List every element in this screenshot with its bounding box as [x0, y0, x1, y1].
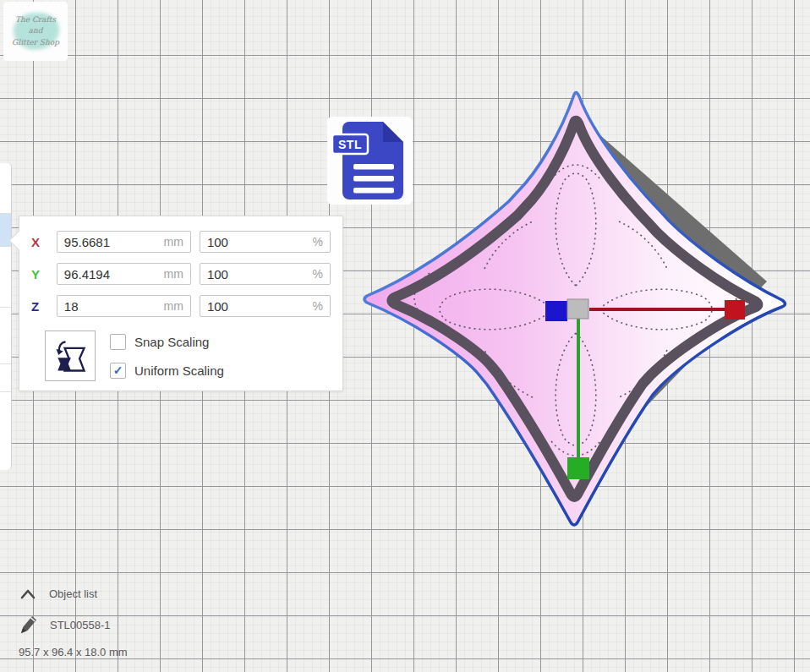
- stl-document-icon: STL: [327, 117, 413, 205]
- toolbar-separator: [0, 307, 11, 308]
- logo-text: The Crafts and Glitter Shop: [3, 2, 68, 61]
- x-size-input[interactable]: [57, 232, 190, 252]
- logo-line: and: [29, 25, 43, 36]
- axis-label-y: Y: [31, 267, 57, 281]
- z-size-field[interactable]: mm: [57, 295, 191, 317]
- y-size-input[interactable]: [57, 264, 190, 284]
- uniform-scaling-checkbox[interactable]: ✓: [110, 363, 126, 379]
- y-axis-row: Y mm %: [31, 263, 331, 285]
- shop-logo: The Crafts and Glitter Shop: [3, 2, 68, 61]
- object-list-title: Object list: [49, 587, 97, 600]
- x-scale-handle[interactable]: [725, 300, 745, 320]
- uniform-scaling-row: ✓ Uniform Scaling: [110, 362, 224, 379]
- axis-label-x: X: [31, 235, 57, 249]
- checkmark-icon: ✓: [113, 364, 123, 376]
- toolbar-separator: [0, 213, 11, 214]
- snap-scaling-label: Snap Scaling: [134, 335, 209, 349]
- x-percent-field[interactable]: %: [200, 231, 331, 253]
- object-list-header[interactable]: Object list: [20, 587, 97, 600]
- model-dimensions-readout: 95.7 x 96.4 x 18.0 mm: [19, 646, 128, 658]
- x-percent-input[interactable]: [200, 232, 330, 252]
- x-axis-row: X mm %: [31, 231, 331, 253]
- left-toolbar[interactable]: [0, 163, 12, 470]
- z-percent-input[interactable]: [200, 296, 330, 316]
- object-list-item-name: STL00558-1: [50, 619, 111, 631]
- 3d-viewport[interactable]: The Crafts and Glitter Shop STL: [0, 0, 810, 672]
- toolbar-separator: [0, 246, 11, 247]
- scale-tool-icon-button[interactable]: [45, 331, 96, 381]
- axis-label-z: Z: [31, 299, 57, 314]
- x-size-field[interactable]: mm: [57, 231, 191, 253]
- chevron-up-icon[interactable]: [20, 588, 36, 599]
- y-percent-field[interactable]: %: [200, 263, 331, 285]
- pencil-icon: [19, 614, 38, 636]
- scale-tool-panel: X mm % Y mm %: [19, 216, 343, 391]
- z-percent-field[interactable]: %: [200, 295, 331, 317]
- stl-doc-lines: [353, 164, 394, 194]
- object-list-item[interactable]: STL00558-1: [19, 614, 111, 636]
- snap-scaling-checkbox[interactable]: [110, 334, 126, 350]
- logo-line: The Crafts: [15, 14, 56, 25]
- snap-scaling-row: Snap Scaling: [110, 333, 224, 350]
- stl-file-icon: STL: [327, 117, 413, 205]
- scale-icon: [51, 336, 90, 375]
- logo-line: Glitter Shop: [12, 37, 59, 48]
- uniform-scaling-label: Uniform Scaling: [134, 363, 224, 378]
- z-scale-handle[interactable]: [545, 301, 567, 321]
- y-scale-handle[interactable]: [567, 457, 589, 479]
- y-percent-input[interactable]: [200, 264, 330, 284]
- center-scale-handle[interactable]: [567, 299, 588, 319]
- z-size-input[interactable]: [57, 296, 190, 316]
- toolbar-separator: [0, 391, 11, 392]
- toolbar-separator: [0, 363, 11, 364]
- z-axis-row: Z mm %: [31, 295, 331, 317]
- y-size-field[interactable]: mm: [57, 263, 191, 285]
- stl-label: STL: [338, 138, 362, 151]
